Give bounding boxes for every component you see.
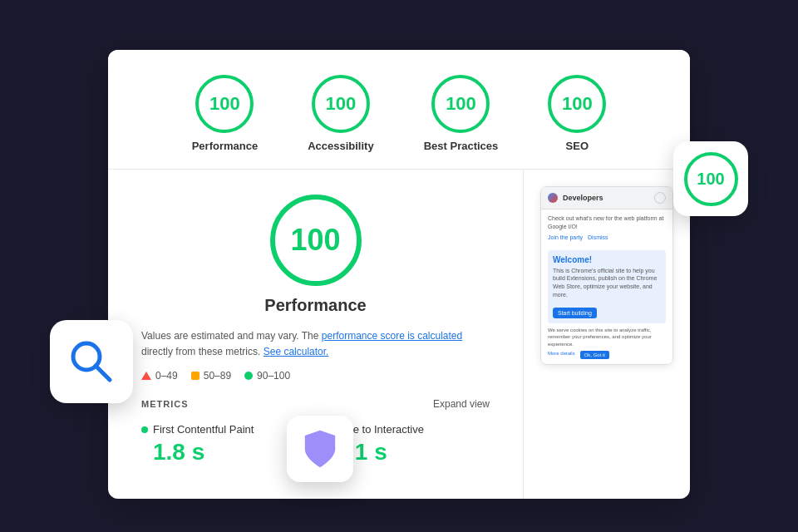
- search-icon: [66, 337, 116, 387]
- scores-row: 100 Performance 100 Accessibility 100 Be…: [108, 50, 690, 170]
- browser-title: Developers: [563, 194, 603, 202]
- best-practices-value: 100: [446, 93, 476, 115]
- performance-value: 100: [209, 93, 240, 115]
- pass-range: 90–100: [257, 370, 290, 382]
- float-score-value: 100: [697, 170, 724, 189]
- browser-welcome-text: This is Chrome's official site to help y…: [553, 267, 661, 299]
- expand-view-button[interactable]: Expand view: [433, 398, 490, 410]
- desc-middle: directly from these metrics.: [141, 346, 264, 357]
- legend-average: 50–89: [191, 370, 231, 382]
- best-practices-circle: 100: [431, 75, 490, 133]
- browser-content: Check out what's new for the web platfor…: [541, 209, 672, 364]
- browser-join-link[interactable]: Join the party: [548, 234, 583, 240]
- browser-ok-button[interactable]: Ok, Got it: [580, 351, 609, 359]
- legend-fail: 0–49: [141, 370, 178, 382]
- desc-prefix: Values are estimated and may vary. The: [141, 330, 322, 342]
- browser-dismiss-link[interactable]: Dismiss: [588, 234, 608, 240]
- shield-icon: [299, 428, 341, 470]
- metrics-title: METRICS: [141, 399, 189, 409]
- browser-mockup: Developers Check out what's new for the …: [540, 186, 673, 365]
- browser-bar: Developers: [541, 187, 672, 209]
- browser-footer-text: We serve cookies on this site to analyze…: [548, 327, 666, 347]
- legend: 0–49 50–89 90–100: [141, 370, 490, 382]
- best-practices-label: Best Practices: [424, 140, 499, 152]
- right-panel: Developers Check out what's new for the …: [524, 170, 690, 499]
- seo-value: 100: [562, 93, 593, 115]
- metrics-header: METRICS Expand view: [141, 398, 490, 410]
- metric-fcp: First Contentful Paint 1.8 s: [141, 423, 308, 466]
- float-score-card: 100: [673, 141, 748, 216]
- pass-icon: [244, 372, 253, 380]
- score-accessibility: 100 Accessibility: [308, 75, 374, 152]
- fcp-dot: [141, 426, 148, 433]
- big-score-value: 100: [290, 223, 340, 258]
- legend-pass: 90–100: [244, 370, 290, 382]
- performance-label: Performance: [192, 140, 258, 152]
- fail-range: 0–49: [155, 370, 178, 382]
- accessibility-value: 100: [326, 93, 357, 115]
- score-performance: 100 Performance: [192, 75, 258, 152]
- big-score-circle: 100: [270, 195, 362, 286]
- seo-circle: 100: [548, 75, 606, 133]
- average-icon: [191, 372, 200, 380]
- fail-icon: [141, 372, 151, 380]
- accessibility-circle: 100: [312, 75, 370, 133]
- calculator-link[interactable]: See calculator.: [264, 346, 329, 357]
- browser-welcome-box: Welcome! This is Chrome's official site …: [548, 250, 666, 323]
- perf-score-link[interactable]: performance score is calculated: [322, 330, 462, 342]
- main-card: 100 Performance 100 Accessibility 100 Be…: [108, 50, 690, 499]
- big-score-title: Performance: [264, 296, 366, 315]
- score-best-practices: 100 Best Practices: [424, 75, 499, 152]
- browser-intro: Check out what's new for the web platfor…: [548, 214, 666, 231]
- float-shield-card: [287, 416, 353, 482]
- browser-search-icon: [654, 192, 666, 204]
- svg-line-1: [96, 366, 110, 380]
- performance-circle: 100: [195, 75, 254, 133]
- float-score-circle: 100: [684, 152, 738, 206]
- browser-footer-links: More details Ok, Got it: [548, 351, 666, 359]
- browser-welcome-title: Welcome!: [553, 255, 661, 264]
- score-description: Values are estimated and may vary. The p…: [141, 328, 490, 360]
- main-content: 100 Performance Values are estimated and…: [108, 170, 690, 499]
- browser-more-details[interactable]: More details: [548, 351, 575, 359]
- accessibility-label: Accessibility: [308, 140, 374, 152]
- chrome-icon: [548, 193, 558, 203]
- big-score-container: 100 Performance: [141, 195, 490, 315]
- average-range: 50–89: [204, 370, 231, 382]
- fcp-label: First Contentful Paint: [153, 423, 254, 436]
- fcp-label-row: First Contentful Paint: [141, 423, 308, 436]
- float-search-card: [50, 320, 133, 403]
- browser-cta-button[interactable]: Start building: [553, 308, 597, 318]
- seo-label: SEO: [566, 140, 589, 152]
- score-seo: 100 SEO: [548, 75, 606, 152]
- fcp-value: 1.8 s: [141, 439, 308, 466]
